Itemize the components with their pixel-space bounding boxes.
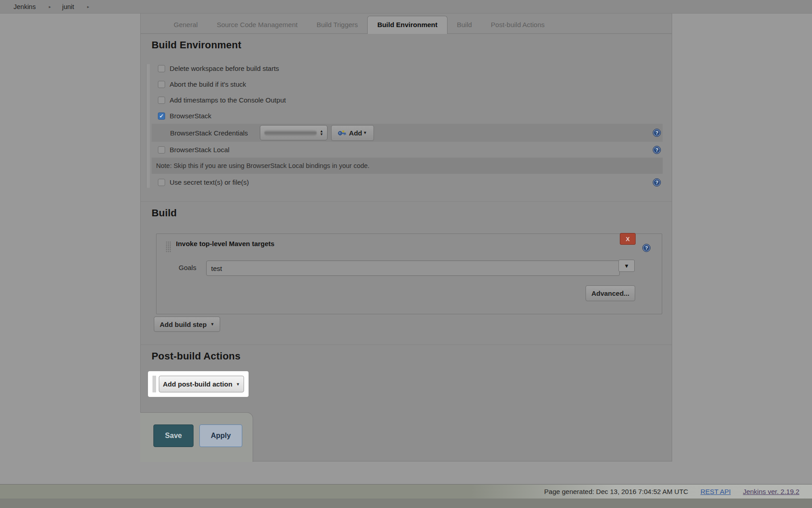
- timestamps-checkbox[interactable]: [158, 97, 165, 104]
- checkbox-row-timestamps: Add timestamps to the Console Output: [152, 92, 663, 108]
- add-post-build-action-label: Add post-build action: [163, 380, 232, 388]
- add-post-build-action-button[interactable]: Add post-build action ▼: [159, 376, 244, 392]
- section-divider: [141, 345, 672, 345]
- delete-step-button[interactable]: X: [620, 233, 636, 245]
- checkbox-label: Use secret text(s) or file(s): [170, 178, 249, 186]
- section-divider: [141, 201, 672, 202]
- breadcrumb-bar: Jenkins ▸ junit ▸: [0, 0, 812, 14]
- checkbox-label: Abort the build if it's stuck: [170, 80, 246, 88]
- page-generated-text: Page generated: Dec 13, 2016 7:04:52 AM …: [544, 488, 688, 495]
- add-button-label: Add: [349, 129, 362, 137]
- help-icon[interactable]: ?: [653, 129, 661, 137]
- tab-build[interactable]: Build: [448, 16, 481, 33]
- checkbox-row-browserstack: ✓ BrowserStack: [152, 108, 663, 124]
- footer: Page generated: Dec 13, 2016 7:04:52 AM …: [0, 484, 812, 499]
- select-arrows-icon: ▲ ▼: [320, 130, 323, 136]
- help-icon[interactable]: ?: [642, 244, 651, 252]
- build-step-title: Invoke top-level Maven targets: [176, 240, 274, 247]
- chevron-right-icon: ▸: [49, 5, 51, 9]
- redacted-credential-value: [264, 130, 317, 136]
- help-icon[interactable]: ?: [653, 146, 661, 154]
- drag-handle-icon[interactable]: [166, 241, 171, 253]
- save-button[interactable]: Save: [153, 424, 194, 447]
- breadcrumb-jenkins[interactable]: Jenkins: [14, 3, 36, 10]
- goals-input[interactable]: [206, 261, 620, 276]
- add-build-step-button[interactable]: Add build step ▼: [154, 317, 220, 332]
- delete-workspace-checkbox[interactable]: [158, 65, 165, 72]
- build-environment-rows: Delete workspace before build starts Abo…: [146, 61, 663, 191]
- note-text: Note: Skip this if you are using Browser…: [156, 162, 369, 169]
- goals-label: Goals: [179, 264, 196, 271]
- checkbox-row-abort-stuck: Abort the build if it's stuck: [152, 76, 663, 92]
- tab-build-environment[interactable]: Build Environment: [367, 16, 447, 34]
- credentials-select[interactable]: ▲ ▼: [260, 125, 328, 140]
- config-tab-bar: General Source Code Management Build Tri…: [141, 14, 672, 34]
- config-panel: General Source Code Management Build Tri…: [140, 14, 672, 461]
- row-gutter: [152, 376, 156, 392]
- browserstack-local-checkbox[interactable]: [158, 146, 165, 154]
- credentials-label: BrowserStack Credentials: [170, 129, 248, 137]
- abort-stuck-checkbox[interactable]: [158, 81, 165, 88]
- checkbox-row-delete-workspace: Delete workspace before build starts: [152, 61, 663, 76]
- jenkins-version-link[interactable]: Jenkins ver. 2.19.2: [743, 488, 799, 495]
- chevron-right-icon: ▸: [87, 5, 89, 9]
- caret-down-icon: ▼: [236, 382, 240, 387]
- bottom-strip: [0, 499, 812, 508]
- tab-build-triggers[interactable]: Build Triggers: [307, 16, 368, 33]
- help-icon[interactable]: ?: [653, 178, 661, 186]
- caret-down-icon: ▼: [210, 322, 214, 326]
- checkbox-label: BrowserStack Local: [170, 146, 230, 154]
- rest-api-link[interactable]: REST API: [701, 488, 731, 495]
- tab-general[interactable]: General: [164, 16, 207, 33]
- tab-post-build-actions[interactable]: Post-build Actions: [481, 16, 554, 33]
- checkbox-label: Delete workspace before build starts: [170, 65, 279, 72]
- add-build-step-label: Add build step: [160, 321, 207, 328]
- checkbox-row-use-secret: Use secret text(s) or file(s) ?: [152, 174, 663, 191]
- section-title-build: Build: [152, 207, 663, 219]
- caret-down-icon: ▼: [363, 130, 367, 135]
- breadcrumb-junit[interactable]: junit: [62, 3, 74, 10]
- build-step-card: Invoke top-level Maven targets X ? Goals…: [156, 233, 662, 314]
- add-credentials-button[interactable]: Add ▼: [331, 125, 374, 141]
- spotlight-highlight: Add post-build action ▼: [148, 372, 248, 396]
- save-apply-panel: Save Apply: [140, 412, 253, 462]
- section-title-post-build: Post-build Actions: [152, 350, 663, 362]
- browserstack-local-note-row: Note: Skip this if you are using Browser…: [152, 158, 663, 174]
- checkbox-row-browserstack-local: BrowserStack Local ?: [152, 142, 663, 158]
- key-icon: [338, 130, 346, 136]
- config-content: Build Environment Delete workspace befor…: [141, 39, 672, 396]
- advanced-button[interactable]: Advanced...: [586, 285, 635, 301]
- checkbox-label: Add timestamps to the Console Output: [170, 96, 286, 104]
- section-title-build-environment: Build Environment: [152, 39, 663, 51]
- apply-button[interactable]: Apply: [199, 424, 242, 447]
- checkbox-label: BrowserStack: [170, 112, 212, 120]
- browserstack-checkbox[interactable]: ✓: [158, 112, 165, 120]
- tab-source-code-management[interactable]: Source Code Management: [207, 16, 307, 33]
- browserstack-credentials-row: BrowserStack Credentials ▲ ▼: [152, 124, 663, 142]
- goals-dropdown-button[interactable]: ▼: [618, 260, 635, 272]
- use-secret-checkbox[interactable]: [158, 179, 165, 186]
